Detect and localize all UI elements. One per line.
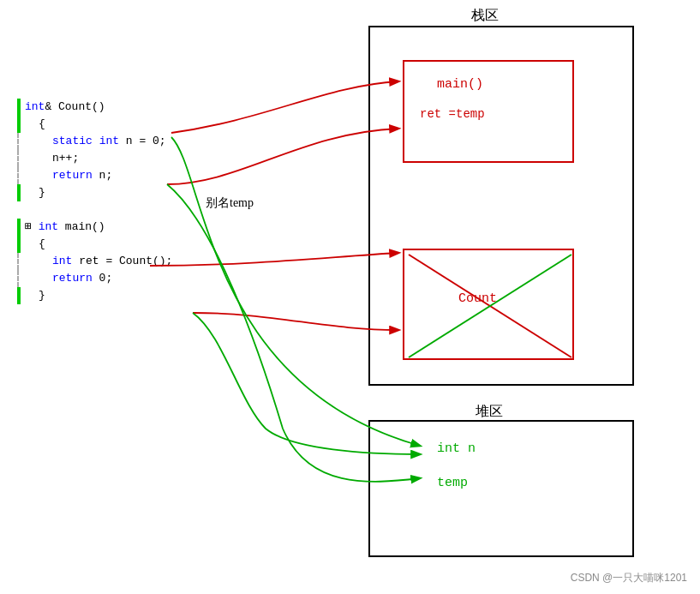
green-bar-1 (17, 99, 21, 116)
green-bar-3 (17, 184, 21, 201)
dashed-bar-3 (17, 167, 21, 184)
code-line-10: return 0; (17, 270, 172, 287)
red-arrow-ret-to-count-bottom (193, 313, 398, 330)
count-box-label: Count (458, 291, 497, 306)
code-line-1: int& Count() (17, 99, 172, 116)
heap-int-n: int n (437, 441, 476, 456)
code-line-11: } (17, 287, 172, 304)
count-box-x-svg (404, 250, 576, 362)
dashed-bar-1 (17, 133, 21, 150)
dashed-bar-4 (17, 253, 21, 270)
green-bar-5 (17, 236, 21, 253)
code-block: int& Count() { static int n = 0; n++; re… (17, 99, 172, 304)
green-bar-4 (17, 219, 21, 236)
heap-title: 堆区 (476, 403, 503, 421)
code-line-4: n++; (17, 150, 172, 167)
green-bar-6 (17, 287, 21, 304)
code-line-3: static int n = 0; (17, 133, 172, 150)
watermark: CSDN @一只大喵咪1201 (571, 571, 687, 585)
code-spacer (17, 201, 172, 219)
code-line-5: return n; (17, 167, 172, 184)
heap-region (368, 420, 634, 557)
main-box-ret: ret =temp (420, 107, 485, 121)
alias-label: 别名temp (206, 195, 254, 211)
code-line-2: { (17, 116, 172, 133)
code-line-8: { (17, 236, 172, 253)
heap-temp: temp (437, 476, 468, 490)
code-line-7: ⊞ int main() (17, 219, 172, 236)
dashed-bar-2 (17, 150, 21, 167)
main-box-label: main() (437, 77, 483, 92)
code-line-6: } (17, 184, 172, 201)
code-line-9: int ret = Count(); (17, 253, 172, 270)
red-arrow-main-to-count (150, 253, 398, 266)
dashed-bar-5 (17, 270, 21, 287)
green-bar-2 (17, 116, 21, 133)
red-arrow-return-n (167, 129, 398, 184)
stack-title: 栈区 (471, 7, 499, 25)
red-arrow-count-to-main (171, 81, 398, 133)
